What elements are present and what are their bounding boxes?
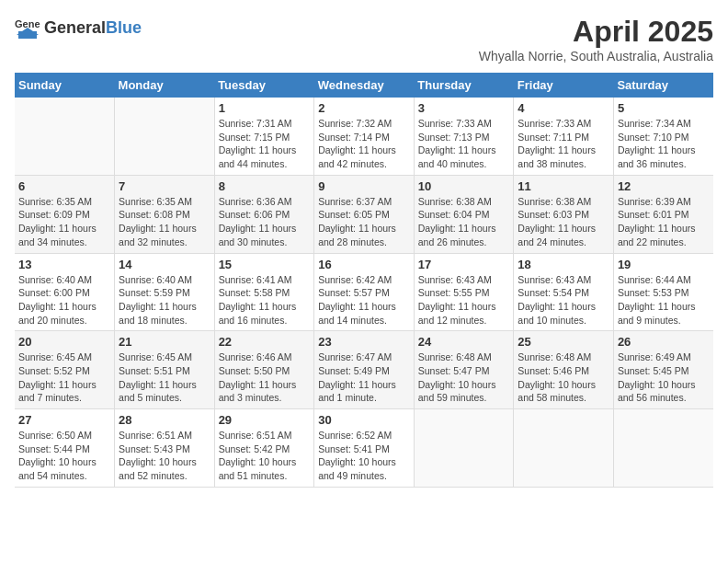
cell-w3-d3: 16 Sunrise: 6:42 AM Sunset: 5:57 PM Dayl… [314, 253, 415, 331]
cell-w5-d3: 30 Sunrise: 6:52 AM Sunset: 5:41 PM Dayl… [314, 409, 415, 488]
day-sunrise: Sunrise: 6:43 AM [418, 274, 492, 285]
day-sunset: Sunset: 5:47 PM [418, 365, 490, 376]
day-number: 29 [219, 413, 311, 427]
day-sunrise: Sunrise: 7:34 AM [618, 118, 691, 129]
header: General GeneralBlue April 2025 Whyalla N… [15, 15, 713, 63]
cell-w1-d2: 1 Sunrise: 7:31 AM Sunset: 7:15 PM Dayli… [214, 98, 314, 175]
day-sunrise: Sunrise: 6:45 AM [119, 351, 192, 362]
cell-w2-d0: 6 Sunrise: 6:35 AM Sunset: 6:09 PM Dayli… [15, 175, 115, 253]
week-row-3: 13 Sunrise: 6:40 AM Sunset: 6:00 PM Dayl… [15, 253, 713, 331]
day-daylight: Daylight: 11 hours and 42 minutes. [318, 144, 396, 169]
day-number: 12 [618, 179, 710, 193]
day-number: 23 [318, 335, 410, 349]
day-number: 1 [219, 101, 311, 115]
col-thursday: Thursday [414, 73, 514, 98]
col-friday: Friday [514, 73, 614, 98]
week-row-4: 20 Sunrise: 6:45 AM Sunset: 5:52 PM Dayl… [15, 331, 713, 409]
day-sunset: Sunset: 5:41 PM [318, 443, 390, 454]
cell-w1-d0 [15, 98, 115, 175]
day-daylight: Daylight: 11 hours and 32 minutes. [119, 223, 197, 247]
week-row-2: 6 Sunrise: 6:35 AM Sunset: 6:09 PM Dayli… [15, 175, 713, 253]
day-number: 6 [18, 179, 110, 193]
day-sunset: Sunset: 6:06 PM [219, 209, 290, 220]
cell-w5-d1: 28 Sunrise: 6:51 AM Sunset: 5:43 PM Dayl… [115, 409, 215, 488]
day-sunrise: Sunrise: 6:41 AM [219, 274, 292, 285]
day-sunset: Sunset: 5:57 PM [318, 287, 390, 298]
cell-w4-d4: 24 Sunrise: 6:48 AM Sunset: 5:47 PM Dayl… [414, 331, 514, 409]
day-sunset: Sunset: 5:59 PM [119, 287, 190, 298]
cell-w5-d4 [414, 409, 514, 488]
day-sunset: Sunset: 5:52 PM [18, 365, 90, 376]
day-number: 10 [418, 179, 510, 193]
day-number: 27 [18, 413, 110, 427]
day-daylight: Daylight: 11 hours and 38 minutes. [518, 144, 596, 169]
col-saturday: Saturday [613, 73, 713, 98]
cell-w2-d4: 10 Sunrise: 6:38 AM Sunset: 6:04 PM Dayl… [414, 175, 514, 253]
day-number: 20 [18, 335, 110, 349]
day-sunset: Sunset: 6:05 PM [318, 209, 390, 220]
day-sunrise: Sunrise: 6:35 AM [18, 196, 92, 207]
day-daylight: Daylight: 10 hours and 51 minutes. [219, 456, 297, 481]
subtitle: Whyalla Norrie, South Australia, Austral… [479, 49, 713, 63]
cell-w3-d2: 15 Sunrise: 6:41 AM Sunset: 5:58 PM Dayl… [214, 253, 314, 331]
day-number: 14 [119, 258, 210, 271]
day-sunset: Sunset: 5:49 PM [318, 365, 390, 376]
day-daylight: Daylight: 11 hours and 3 minutes. [219, 379, 297, 404]
cell-w4-d3: 23 Sunrise: 6:47 AM Sunset: 5:49 PM Dayl… [314, 331, 415, 409]
day-daylight: Daylight: 10 hours and 54 minutes. [18, 456, 97, 481]
day-number: 24 [418, 335, 510, 349]
day-number: 30 [318, 413, 410, 427]
cell-w5-d6 [613, 409, 713, 488]
day-number: 9 [318, 179, 410, 193]
day-number: 18 [518, 258, 609, 271]
day-daylight: Daylight: 10 hours and 52 minutes. [119, 456, 197, 481]
cell-w2-d6: 12 Sunrise: 6:39 AM Sunset: 6:01 PM Dayl… [613, 175, 713, 253]
cell-w2-d1: 7 Sunrise: 6:35 AM Sunset: 6:08 PM Dayli… [115, 175, 215, 253]
day-sunset: Sunset: 6:03 PM [518, 209, 589, 220]
day-sunset: Sunset: 5:45 PM [618, 365, 689, 376]
cell-w1-d3: 2 Sunrise: 7:32 AM Sunset: 7:14 PM Dayli… [314, 98, 415, 175]
cell-w5-d0: 27 Sunrise: 6:50 AM Sunset: 5:44 PM Dayl… [15, 409, 115, 488]
cell-w5-d5 [514, 409, 614, 488]
col-wednesday: Wednesday [314, 73, 415, 98]
day-sunset: Sunset: 6:01 PM [618, 209, 689, 220]
day-sunrise: Sunrise: 6:47 AM [318, 351, 392, 362]
day-sunset: Sunset: 7:10 PM [618, 132, 689, 143]
day-daylight: Daylight: 11 hours and 34 minutes. [18, 223, 97, 247]
day-sunset: Sunset: 5:44 PM [18, 443, 90, 454]
col-monday: Monday [115, 73, 215, 98]
day-sunrise: Sunrise: 6:44 AM [618, 274, 691, 285]
day-number: 3 [418, 101, 510, 115]
cell-w3-d0: 13 Sunrise: 6:40 AM Sunset: 6:00 PM Dayl… [15, 253, 115, 331]
logo-general: General [44, 18, 106, 37]
main-title: April 2025 [479, 15, 713, 49]
title-area: April 2025 Whyalla Norrie, South Austral… [479, 15, 713, 63]
day-sunrise: Sunrise: 6:42 AM [318, 274, 392, 285]
day-sunrise: Sunrise: 6:40 AM [18, 274, 92, 285]
day-sunset: Sunset: 5:53 PM [618, 287, 689, 298]
day-sunrise: Sunrise: 6:51 AM [119, 430, 192, 441]
day-number: 16 [318, 258, 410, 271]
day-sunset: Sunset: 5:43 PM [119, 443, 190, 454]
day-sunrise: Sunrise: 6:52 AM [318, 430, 392, 441]
day-daylight: Daylight: 11 hours and 18 minutes. [119, 301, 197, 326]
day-daylight: Daylight: 11 hours and 5 minutes. [119, 379, 197, 404]
cell-w4-d2: 22 Sunrise: 6:46 AM Sunset: 5:50 PM Dayl… [214, 331, 314, 409]
day-sunrise: Sunrise: 7:33 AM [418, 118, 492, 129]
day-sunset: Sunset: 5:55 PM [418, 287, 490, 298]
cell-w3-d6: 19 Sunrise: 6:44 AM Sunset: 5:53 PM Dayl… [613, 253, 713, 331]
week-row-5: 27 Sunrise: 6:50 AM Sunset: 5:44 PM Dayl… [15, 409, 713, 488]
week-row-1: 1 Sunrise: 7:31 AM Sunset: 7:15 PM Dayli… [15, 98, 713, 175]
cell-w3-d4: 17 Sunrise: 6:43 AM Sunset: 5:55 PM Dayl… [414, 253, 514, 331]
day-daylight: Daylight: 11 hours and 10 minutes. [518, 301, 596, 326]
day-number: 8 [219, 179, 311, 193]
day-daylight: Daylight: 11 hours and 28 minutes. [318, 223, 396, 247]
day-number: 2 [318, 101, 410, 115]
logo-icon: General [15, 15, 40, 40]
day-daylight: Daylight: 11 hours and 36 minutes. [618, 144, 696, 169]
day-daylight: Daylight: 10 hours and 59 minutes. [418, 379, 496, 404]
day-number: 25 [518, 335, 609, 349]
day-daylight: Daylight: 11 hours and 20 minutes. [18, 301, 97, 326]
day-sunset: Sunset: 6:08 PM [119, 209, 190, 220]
day-number: 11 [518, 179, 609, 193]
